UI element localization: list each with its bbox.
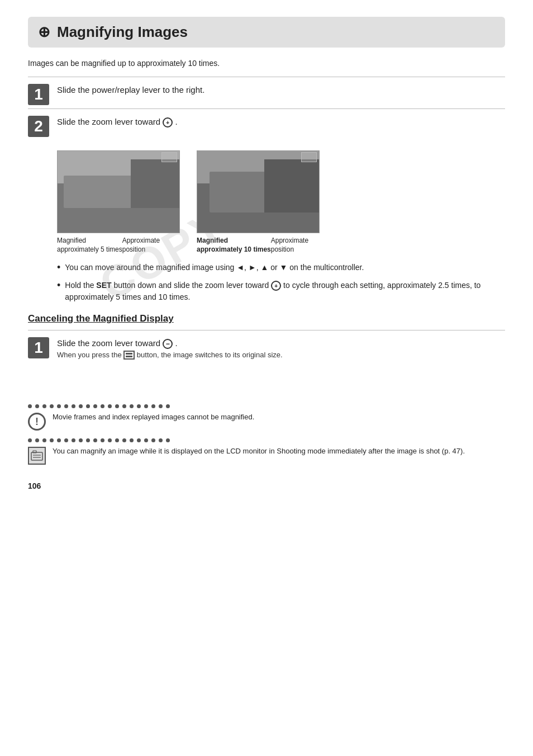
dot	[64, 438, 68, 442]
dot	[151, 404, 155, 408]
dot	[137, 404, 141, 408]
dot	[42, 404, 46, 408]
dot	[93, 438, 97, 442]
caption-left-main: Magnifiedapproximately 5 times	[57, 237, 122, 254]
note-2-row: You can magnify an image while it is dis…	[28, 446, 505, 465]
cancel-step-number: 1	[28, 337, 49, 358]
subsection-heading: Canceling the Magnified Display	[28, 313, 505, 324]
page-header: ⊕ Magnifying Images	[28, 17, 505, 48]
dot	[86, 404, 90, 408]
note-2-text: You can magnify an image while it is dis…	[53, 446, 505, 457]
dot	[159, 438, 163, 442]
caption-left-row: Magnifiedapproximately 5 times Approxima…	[57, 237, 160, 254]
intro-text: Images can be magnified up to approximat…	[28, 59, 505, 68]
bullet-item-2: • Hold the SET button down and slide the…	[57, 280, 505, 303]
dot	[86, 438, 90, 442]
images-row: Magnifiedapproximately 5 times Approxima…	[57, 150, 505, 254]
zoom-in-icon	[163, 117, 173, 127]
svg-rect-1	[33, 451, 36, 453]
bullet-text-2: Hold the SET button down and slide the z…	[65, 280, 505, 303]
dot	[144, 438, 148, 442]
dot	[122, 404, 126, 408]
bullet-text-1: You can move around the magnified image …	[65, 262, 364, 273]
dot	[64, 404, 68, 408]
caption-left-sub: Approximateposition	[122, 237, 160, 254]
dot	[115, 404, 119, 408]
note-1-row: ! Movie frames and index replayed images…	[28, 412, 505, 431]
bullet-item-1: • You can move around the magnified imag…	[57, 262, 505, 274]
dot	[130, 438, 134, 442]
dot	[108, 404, 112, 408]
note-2-dots	[28, 438, 505, 442]
dot	[93, 404, 97, 408]
dot	[79, 404, 83, 408]
dot	[122, 438, 126, 442]
magnify-icon: ⊕	[38, 23, 50, 41]
bullet-section: • You can move around the magnified imag…	[57, 262, 505, 303]
dot	[115, 438, 119, 442]
dot	[79, 438, 83, 442]
cancel-step-main: Slide the zoom lever toward	[57, 338, 163, 348]
dot	[137, 438, 141, 442]
step-2-number: 2	[28, 116, 49, 137]
step-2-text: Slide the zoom lever toward	[57, 117, 163, 126]
caption-right-main: Magnifiedapproximately 10 times	[197, 237, 271, 254]
step-2-row: 2 Slide the zoom lever toward .	[28, 108, 505, 140]
dot	[101, 404, 104, 408]
caption-right-row: Magnifiedapproximately 10 times Approxim…	[197, 237, 308, 254]
bullet-dot-2: •	[57, 280, 60, 292]
step-1-row: 1 Slide the power/replay lever to the ri…	[28, 77, 505, 108]
dot	[28, 404, 32, 408]
bullet-dot-1: •	[57, 262, 60, 274]
cancel-step-row: 1 Slide the zoom lever toward . When you…	[28, 330, 505, 363]
step-1-number: 1	[28, 84, 49, 105]
svg-rect-0	[31, 452, 42, 460]
dot	[130, 404, 134, 408]
dot	[28, 438, 32, 442]
dot	[101, 438, 104, 442]
image-block-left: Magnifiedapproximately 5 times Approxima…	[57, 150, 180, 254]
warning-icon: !	[28, 413, 46, 431]
dot	[50, 404, 54, 408]
step-1-text: Slide the power/replay lever to the righ…	[57, 85, 204, 94]
dot	[42, 438, 46, 442]
cancel-step-text: Slide the zoom lever toward .	[57, 338, 505, 349]
step-2-period: .	[175, 117, 177, 126]
dot	[108, 438, 112, 442]
zoom-in-icon-2	[271, 281, 281, 291]
cancel-step-content: Slide the zoom lever toward . When you p…	[57, 336, 505, 360]
cancel-step-period: .	[175, 338, 177, 348]
dot	[50, 438, 54, 442]
note-1-dots	[28, 404, 505, 408]
info-icon	[28, 447, 46, 465]
caption-right-sub: Approximateposition	[271, 237, 308, 254]
dot	[72, 438, 75, 442]
grid-button-icon	[123, 351, 135, 360]
dot	[166, 404, 170, 408]
dot	[35, 404, 39, 408]
note-1-text: Movie frames and index replayed images c…	[53, 412, 505, 423]
page-number: 106	[28, 481, 505, 490]
dot	[166, 438, 170, 442]
dot	[35, 438, 39, 442]
image-block-right: Magnifiedapproximately 10 times Approxim…	[197, 150, 320, 254]
zoom-out-icon	[163, 339, 173, 349]
step-1-content: Slide the power/replay lever to the righ…	[57, 83, 505, 94]
camera-image-left	[57, 150, 180, 233]
dot	[57, 438, 61, 442]
dot	[57, 404, 61, 408]
dot	[144, 404, 148, 408]
dot	[159, 404, 163, 408]
cancel-step-sub: When you press the button, the image swi…	[57, 351, 505, 360]
dot	[72, 404, 75, 408]
step-2-content: Slide the zoom lever toward .	[57, 115, 505, 127]
page-title: Magnifying Images	[57, 23, 188, 41]
camera-image-right	[197, 150, 320, 233]
dot	[151, 438, 155, 442]
